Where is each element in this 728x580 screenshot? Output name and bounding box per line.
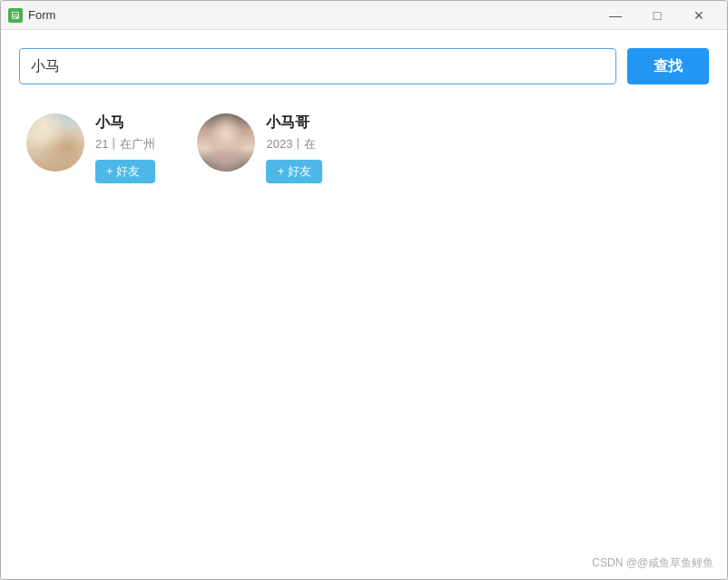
add-friend-button-1[interactable]: + 好友	[95, 160, 155, 183]
user-info-1: 小马 21丨在广州 + 好友	[95, 113, 155, 183]
form-icon	[8, 8, 23, 23]
user-card-2: 小马哥 2023丨在 + 好友	[190, 106, 329, 191]
add-friend-button-2[interactable]: + 好友	[266, 160, 321, 183]
close-button[interactable]: ✕	[678, 1, 720, 30]
maximize-button[interactable]: □	[636, 1, 678, 30]
user-meta-1: 21丨在广州	[95, 136, 155, 152]
search-input[interactable]	[19, 48, 616, 84]
window-controls: — □ ✕	[595, 1, 720, 30]
minimize-button[interactable]: —	[595, 1, 636, 30]
window-title: Form	[28, 8, 55, 22]
user-name-1: 小马	[95, 113, 155, 133]
window-content: 查找 小马 21丨在广州 + 好友	[1, 30, 727, 579]
svg-rect-3	[13, 15, 18, 16]
user-info-2: 小马哥 2023丨在 + 好友	[266, 113, 321, 183]
svg-rect-4	[13, 17, 16, 18]
results-list: 小马 21丨在广州 + 好友 小马哥 2023丨在 + 好友	[19, 106, 709, 191]
user-card-1: 小马 21丨在广州 + 好友	[19, 106, 162, 191]
title-bar-left: Form	[8, 8, 55, 23]
svg-rect-2	[13, 13, 18, 15]
search-bar: 查找	[19, 48, 709, 84]
title-bar: Form — □ ✕	[1, 1, 727, 30]
user-name-2: 小马哥	[266, 113, 321, 133]
avatar-1	[26, 113, 84, 172]
search-button[interactable]: 查找	[627, 48, 709, 84]
watermark: CSDN @@咸鱼草鱼鲤鱼	[592, 555, 713, 571]
main-window: Form — □ ✕ 查找	[0, 0, 728, 580]
avatar-2	[197, 113, 255, 172]
user-meta-2: 2023丨在	[266, 136, 321, 152]
